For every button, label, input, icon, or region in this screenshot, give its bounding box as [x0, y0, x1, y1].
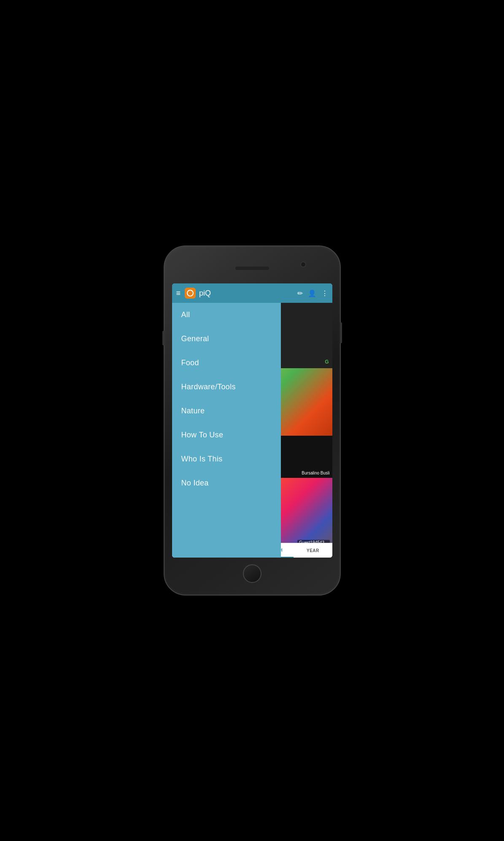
more-icon[interactable]: ⋮: [321, 289, 328, 297]
speaker: [235, 267, 269, 270]
app-title: piQ: [199, 289, 297, 298]
phone-device: ≡ piQ ✏ 👤 ⋮ is kind of G: [164, 245, 341, 596]
card-top-badge: G: [325, 359, 329, 365]
drawer-item-hardware[interactable]: Hardware/Tools: [172, 375, 281, 399]
drawer-item-all[interactable]: All: [172, 303, 281, 327]
drawer-item-no-idea[interactable]: No Idea: [172, 471, 281, 495]
toolbar: ≡ piQ ✏ 👤 ⋮: [172, 283, 332, 303]
drawer-item-how-to-use[interactable]: How To Use: [172, 423, 281, 447]
app-container: ≡ piQ ✏ 👤 ⋮ is kind of G: [172, 283, 332, 558]
logo-camera-icon: [187, 290, 194, 297]
screen: ≡ piQ ✏ 👤 ⋮ is kind of G: [172, 283, 332, 558]
edit-icon[interactable]: ✏: [297, 289, 303, 297]
user-icon[interactable]: 👤: [308, 289, 316, 297]
drawer-item-food[interactable]: Food: [172, 351, 281, 375]
drawer-item-who-is-this[interactable]: Who Is This: [172, 447, 281, 471]
drawer-item-nature[interactable]: Nature: [172, 399, 281, 423]
navigation-drawer: All General Food Hardware/Tools Nature H…: [172, 303, 281, 558]
home-button[interactable]: [243, 564, 261, 583]
tab-year[interactable]: YEAR: [294, 543, 332, 558]
nature-label: Bursalino Busli: [302, 471, 329, 475]
power-button: [162, 331, 164, 345]
camera: [300, 261, 306, 267]
drawer-item-general[interactable]: General: [172, 327, 281, 351]
app-logo: [185, 288, 196, 299]
hamburger-icon[interactable]: ≡: [176, 289, 181, 298]
toolbar-actions: ✏ 👤 ⋮: [297, 289, 328, 297]
volume-button: [340, 322, 342, 343]
